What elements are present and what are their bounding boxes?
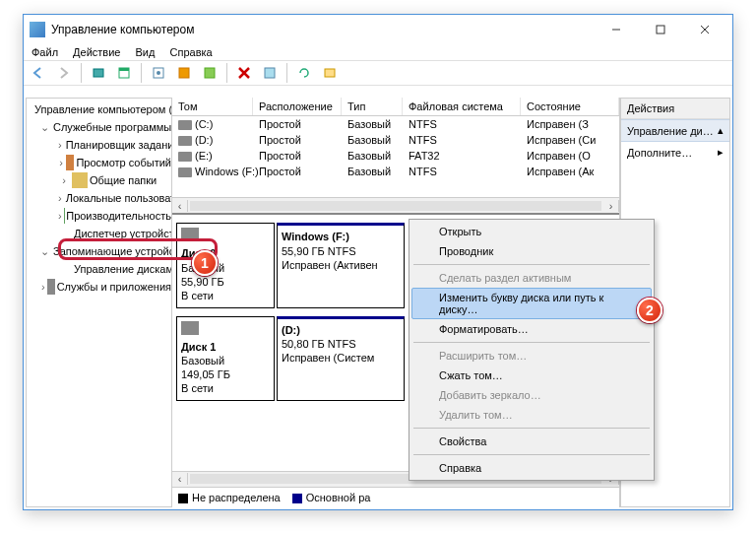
svg-rect-4 [94, 69, 103, 77]
menu-help[interactable]: Справка [170, 46, 213, 58]
disk-icon [181, 321, 199, 335]
menu-make-active: Сделать раздел активным [411, 268, 652, 288]
chevron-right-icon: ▸ [718, 146, 724, 159]
disk-info[interactable]: Диск 0 Базовый55,90 ГБВ сети [176, 223, 275, 307]
toolbar-icon[interactable] [259, 62, 281, 84]
nav-tree: Управление компьютером (л ⌄Служебные про… [26, 98, 172, 507]
svg-rect-6 [119, 68, 129, 71]
col-layout[interactable]: Расположение [253, 98, 342, 115]
annotation-badge: 2 [637, 298, 662, 323]
volume-row[interactable]: (C:)ПростойБазовыйNTFSИсправен (З [172, 116, 619, 132]
toolbar-icon[interactable] [173, 62, 195, 84]
refresh-icon[interactable] [293, 62, 315, 84]
tree-group[interactable]: ›Службы и приложения [27, 278, 171, 296]
close-button[interactable] [682, 16, 726, 43]
col-volume[interactable]: Том [172, 98, 253, 115]
actions-item[interactable]: Управление ди…▴ [621, 119, 729, 142]
tree-item[interactable]: ›Планировщик заданий [27, 136, 171, 154]
disk-volume[interactable]: Windows (F:) 55,90 ГБ NTFSИсправен (Акти… [277, 223, 405, 307]
context-menu: Открыть Проводник Сделать раздел активны… [409, 219, 655, 481]
legend: Не распределена Основной ра [172, 487, 619, 507]
menu-properties[interactable]: Свойства [411, 432, 652, 451]
svg-rect-13 [265, 68, 275, 78]
disk-icon [181, 228, 199, 241]
tree-item[interactable]: ›Производительность [27, 207, 171, 225]
minimize-button[interactable] [594, 16, 638, 43]
disk-info[interactable]: Диск 1 Базовый149,05 ГБВ сети [176, 316, 275, 401]
menu-change-drive-letter[interactable]: Изменить букву диска или путь к диску… [411, 288, 652, 319]
svg-rect-10 [205, 68, 215, 78]
tree-group[interactable]: ⌄Запоминающие устройст [27, 242, 171, 260]
menu-mirror: Добавить зеркало… [411, 385, 652, 405]
actions-header: Действия [621, 99, 729, 119]
toolbar-icon[interactable] [199, 62, 220, 84]
forward-button[interactable] [53, 62, 75, 84]
menu-explore[interactable]: Проводник [411, 241, 652, 261]
menu-view[interactable]: Вид [136, 46, 156, 58]
tree-item[interactable]: ›Просмотр событий [27, 154, 171, 171]
toolbar-icon[interactable] [88, 62, 109, 84]
svg-rect-1 [657, 26, 664, 33]
app-icon [30, 22, 45, 37]
delete-icon[interactable] [233, 62, 255, 84]
tree-item[interactable]: ›Общие папки [27, 171, 171, 189]
menu-format[interactable]: Форматировать… [411, 319, 652, 339]
maximize-button[interactable] [638, 16, 682, 43]
menu-file[interactable]: Файл [32, 46, 58, 58]
col-type[interactable]: Тип [342, 98, 403, 115]
scrollbar[interactable]: ‹› [172, 197, 619, 213]
tree-item[interactable]: ›Локальные пользовате [27, 189, 171, 207]
disk-volume[interactable]: (D:) 50,80 ГБ NTFSИсправен (Систем [277, 316, 405, 401]
menu-bar: Файл Действие Вид Справка [24, 44, 732, 60]
tree-group[interactable]: ⌄Служебные программы [27, 118, 171, 136]
volume-row[interactable]: (D:)ПростойБазовыйNTFSИсправен (Си [172, 132, 619, 148]
volume-list: Том Расположение Тип Файловая система Со… [172, 98, 619, 179]
window-title: Управление компьютером [51, 23, 594, 36]
svg-point-8 [157, 71, 160, 75]
back-button[interactable] [28, 62, 49, 84]
menu-help[interactable]: Справка [411, 458, 652, 478]
col-fs[interactable]: Файловая система [403, 98, 521, 115]
menu-action[interactable]: Действие [73, 46, 120, 58]
toolbar-icon[interactable] [148, 62, 169, 84]
volume-row[interactable]: Windows (F:)ПростойБазовыйNTFSИсправен (… [172, 164, 619, 179]
tree-disk-management[interactable]: Управление дисками [27, 260, 171, 278]
tree-root[interactable]: Управление компьютером (л [27, 100, 171, 118]
chevron-up-icon: ▴ [718, 124, 724, 137]
menu-shrink[interactable]: Сжать том… [411, 366, 652, 385]
titlebar: Управление компьютером [24, 15, 732, 44]
svg-rect-9 [179, 68, 189, 78]
menu-open[interactable]: Открыть [411, 222, 652, 241]
menu-delete: Удалить том… [411, 405, 652, 425]
toolbar-icon[interactable] [319, 62, 341, 84]
actions-item[interactable]: Дополните…▸ [621, 142, 729, 163]
menu-extend: Расширить том… [411, 346, 652, 366]
tree-item[interactable]: Диспетчер устройств [27, 225, 171, 242]
volume-row[interactable]: (E:)ПростойБазовыйFAT32Исправен (О [172, 148, 619, 164]
toolbar-icon[interactable] [113, 62, 135, 84]
annotation-badge: 1 [192, 250, 218, 276]
svg-rect-14 [325, 69, 335, 77]
col-status[interactable]: Состояние [521, 98, 619, 115]
toolbar [24, 60, 732, 86]
